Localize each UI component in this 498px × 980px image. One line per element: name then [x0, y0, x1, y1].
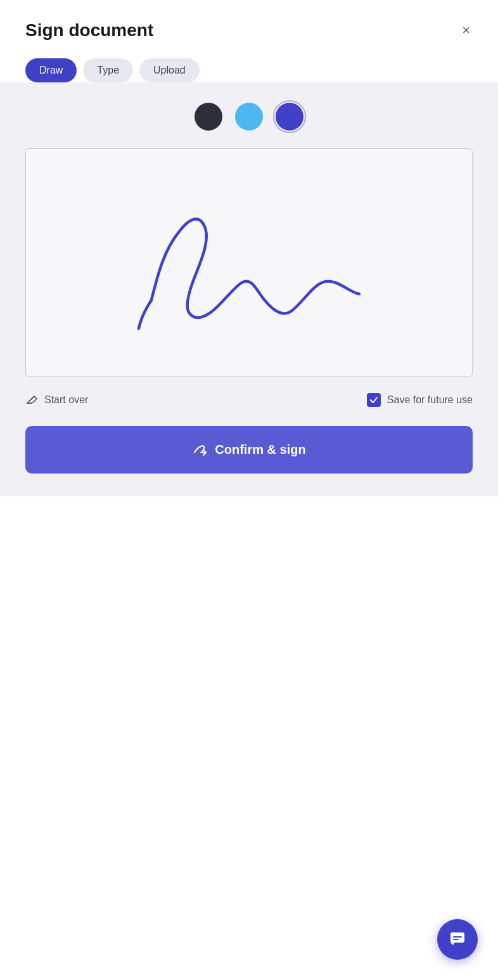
start-over-button[interactable]: Start over [25, 392, 88, 408]
tab-row: Draw Type Upload [25, 58, 473, 82]
svg-rect-2 [453, 939, 459, 940]
confirm-sign-icon [192, 440, 208, 460]
confirm-sign-label: Confirm & sign [215, 442, 305, 457]
save-future-checkbox[interactable] [367, 393, 381, 407]
modal-header: Sign document × [25, 20, 473, 41]
chat-icon [448, 930, 467, 949]
start-over-label: Start over [44, 394, 88, 406]
color-swatch-light-blue[interactable] [235, 103, 263, 131]
modal-title: Sign document [25, 20, 153, 41]
close-button[interactable]: × [459, 21, 473, 40]
tab-upload[interactable]: Upload [139, 58, 200, 82]
svg-rect-1 [453, 936, 462, 938]
canvas-actions: Start over Save for future use [25, 392, 473, 408]
color-picker-row [25, 103, 473, 131]
color-swatch-dark[interactable] [195, 103, 222, 131]
save-future-checkbox-label[interactable]: Save for future use [367, 393, 473, 407]
signature-canvas[interactable] [25, 148, 473, 377]
save-future-text: Save for future use [387, 394, 473, 406]
tab-draw[interactable]: Draw [25, 58, 77, 82]
eraser-icon [25, 392, 39, 408]
confirm-sign-button[interactable]: Confirm & sign [25, 426, 473, 474]
chat-fab-button[interactable] [437, 919, 478, 960]
color-swatch-purple[interactable] [276, 103, 303, 131]
modal-header-section: Sign document × Draw Type Upload [0, 0, 498, 82]
drawing-area: Start over Save for future use Confirm &… [0, 82, 498, 496]
tab-type[interactable]: Type [83, 58, 133, 82]
